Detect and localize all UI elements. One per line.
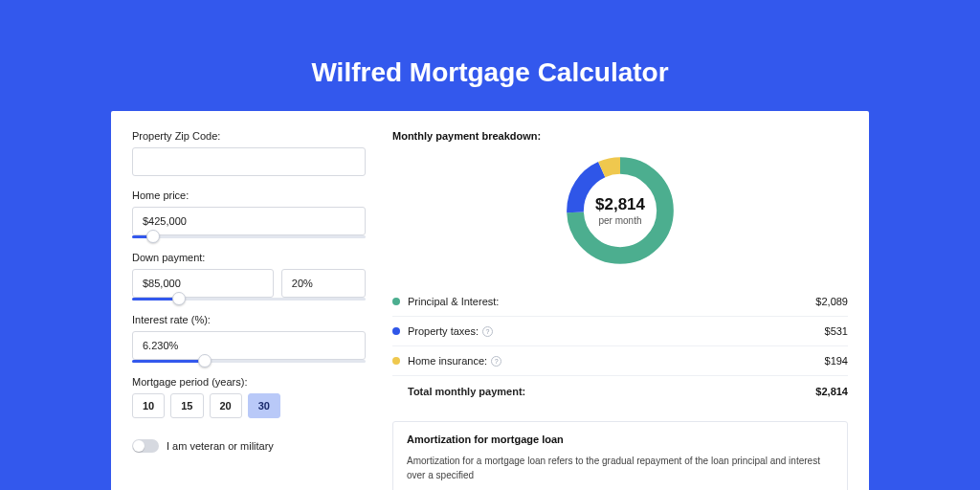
period-option-20[interactable]: 20 (210, 393, 242, 418)
donut-sub: per month (598, 215, 641, 226)
period-label: Mortgage period (years): (132, 376, 366, 388)
legend-value: $194 (825, 355, 848, 367)
help-icon[interactable]: ? (491, 356, 501, 367)
period-options: 10152030 (132, 393, 366, 418)
page-backdrop: Wilfred Mortgage Calculator Property Zip… (0, 0, 980, 490)
down-payment-label: Down payment: (132, 252, 366, 263)
legend-label: Principal & Interest: (408, 296, 815, 307)
donut-wrap: $2,814 per month (392, 151, 848, 270)
home-price-field: Home price: (132, 189, 366, 238)
legend-label: Home insurance:? (408, 355, 825, 367)
legend-total-label: Total monthly payment: (408, 386, 815, 397)
down-payment-input[interactable] (132, 269, 274, 298)
zip-field: Property Zip Code: (132, 130, 366, 176)
legend-row: Property taxes:?$531 (392, 317, 848, 346)
legend-dot (392, 298, 400, 305)
legend-dot (392, 357, 400, 365)
legend-dot (392, 327, 400, 335)
donut-amount: $2,814 (595, 195, 645, 214)
donut-center: $2,814 per month (561, 151, 679, 270)
period-field: Mortgage period (years): 10152030 (132, 376, 366, 418)
legend-value: $2,089 (815, 296, 848, 307)
amortization-title: Amortization for mortgage loan (407, 434, 834, 445)
veteran-toggle[interactable] (132, 439, 159, 453)
veteran-label: I am veteran or military (167, 440, 274, 452)
period-option-30[interactable]: 30 (248, 393, 280, 418)
amortization-box: Amortization for mortgage loan Amortizat… (392, 421, 848, 490)
period-option-15[interactable]: 15 (170, 393, 203, 418)
down-payment-slider-thumb[interactable] (172, 292, 186, 305)
down-payment-slider[interactable] (132, 298, 366, 301)
zip-label: Property Zip Code: (132, 130, 366, 142)
legend-total-row: Total monthly payment:$2,814 (392, 376, 848, 406)
home-price-slider[interactable] (132, 235, 366, 238)
home-price-slider-thumb[interactable] (146, 230, 160, 243)
interest-field: Interest rate (%): (132, 314, 366, 363)
inputs-column: Property Zip Code: Home price: Down paym… (132, 130, 366, 475)
payment-donut-chart: $2,814 per month (561, 151, 679, 270)
down-payment-field: Down payment: (132, 252, 366, 301)
home-price-input[interactable] (132, 207, 366, 235)
interest-slider[interactable] (132, 360, 366, 363)
home-price-label: Home price: (132, 189, 366, 201)
breakdown-legend: Principal & Interest:$2,089Property taxe… (392, 287, 848, 406)
legend-total-value: $2,814 (815, 386, 848, 397)
help-icon[interactable]: ? (482, 326, 493, 337)
zip-input[interactable] (132, 147, 366, 176)
down-payment-pct-input[interactable] (281, 269, 366, 298)
legend-label: Property taxes:? (408, 325, 825, 337)
calculator-card: Property Zip Code: Home price: Down paym… (111, 111, 869, 490)
results-column: Monthly payment breakdown: $2,814 per mo… (392, 130, 848, 475)
page-title: Wilfred Mortgage Calculator (0, 0, 980, 111)
legend-row: Principal & Interest:$2,089 (392, 287, 848, 317)
interest-slider-thumb[interactable] (198, 354, 212, 368)
amortization-body: Amortization for a mortgage loan refers … (407, 455, 834, 482)
period-option-10[interactable]: 10 (132, 393, 165, 418)
legend-value: $531 (825, 325, 848, 337)
veteran-row: I am veteran or military (132, 439, 366, 453)
breakdown-title: Monthly payment breakdown: (392, 130, 848, 142)
interest-input[interactable] (132, 331, 366, 360)
interest-slider-fill (132, 360, 205, 363)
interest-label: Interest rate (%): (132, 314, 366, 325)
legend-row: Home insurance:?$194 (392, 346, 848, 376)
